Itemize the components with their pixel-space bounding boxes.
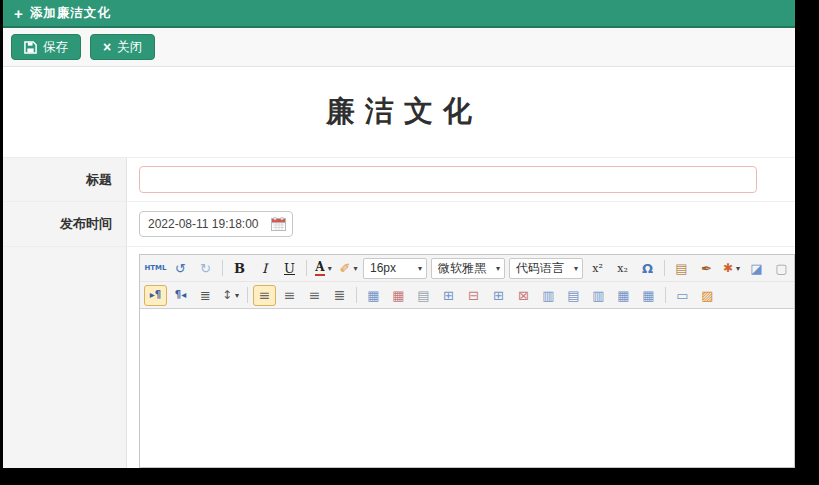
align-justify-icon: ≣	[334, 288, 346, 302]
remove-format-icon[interactable]: ◪	[745, 258, 768, 279]
insert-col-left-icon[interactable]: ⊞	[487, 285, 510, 306]
font-family-select[interactable]: 微软雅黑▾	[431, 258, 505, 279]
font-size-select-value: 16px	[370, 261, 396, 275]
form-row-editor: HTML↺↻BIUA▾✐▾16px▾微软雅黑▾代码语言▾x²x₂Ω▤✒✱▾◪▢ …	[3, 246, 795, 468]
line-height-icon[interactable]: ↕▾	[219, 285, 242, 306]
caret-down-icon: ▾	[418, 264, 422, 273]
superscript-icon[interactable]: x²	[586, 258, 609, 279]
preview-icon[interactable]: ▭	[671, 285, 694, 306]
insert-table-icon: ▦	[367, 289, 379, 302]
table-cell-props-icon[interactable]: ▤	[412, 285, 435, 306]
publish-time-value: 2022-08-11 19:18:00	[148, 217, 259, 231]
close-button[interactable]: × 关闭	[90, 34, 155, 60]
line-height-icon: ↕	[222, 289, 232, 301]
heading-area: 廉洁文化	[3, 67, 795, 157]
toolbar-separator	[306, 260, 307, 276]
align-left-icon[interactable]: ≡	[253, 285, 276, 306]
quick-format-icon[interactable]: ✱▾	[720, 258, 743, 279]
undo-icon: ↺	[175, 262, 186, 275]
special-char-icon: Ω	[642, 262, 653, 275]
insert-row-above-icon: ⊞	[443, 289, 454, 302]
special-char-icon[interactable]: Ω	[636, 258, 659, 279]
redo-icon[interactable]: ↻	[194, 258, 217, 279]
editor-field-cell: HTML↺↻BIUA▾✐▾16px▾微软雅黑▾代码语言▾x²x₂Ω▤✒✱▾◪▢ …	[127, 247, 795, 468]
window-header: + 添加廉洁文化	[3, 0, 795, 28]
source-code-icon[interactable]: HTML	[144, 258, 167, 279]
split-row-icon[interactable]: ▤	[562, 285, 585, 306]
editor-content-area[interactable]	[140, 309, 794, 467]
subscript-icon[interactable]: x₂	[611, 258, 634, 279]
publish-time-label: 发布时间	[3, 202, 127, 246]
save-button[interactable]: 保存	[11, 34, 81, 60]
insert-image-icon[interactable]: ▨	[696, 285, 719, 306]
superscript-icon: x²	[592, 263, 603, 274]
editor-toolbar-row1: HTML↺↻BIUA▾✐▾16px▾微软雅黑▾代码语言▾x²x₂Ω▤✒✱▾◪▢	[140, 255, 794, 282]
publish-time-input[interactable]: 2022-08-11 19:18:00	[139, 211, 293, 237]
toolbar-separator	[664, 260, 665, 276]
merge-cells-icon[interactable]: ▥	[537, 285, 560, 306]
editor-label-cell	[3, 247, 127, 468]
app-window: + 添加廉洁文化 保存 × 关闭 廉洁文化 标题	[3, 0, 795, 468]
align-center-icon[interactable]: ≡	[278, 285, 301, 306]
delete-table-icon[interactable]: ▦	[387, 285, 410, 306]
table-row-props-icon[interactable]: ▦	[612, 285, 635, 306]
bold-icon: B	[234, 262, 245, 275]
align-center-icon: ≡	[284, 288, 296, 302]
highlight-color-icon: ✐	[340, 262, 351, 275]
bold-icon[interactable]: B	[228, 258, 251, 279]
table-cell-props-icon: ▤	[417, 289, 429, 302]
title-input[interactable]	[139, 166, 757, 193]
font-color-icon[interactable]: A▾	[312, 258, 335, 279]
indent-icon: ≣	[200, 289, 211, 302]
close-button-label: 关闭	[117, 39, 142, 56]
window-title: 添加廉洁文化	[30, 5, 111, 22]
merge-cells-icon: ▥	[542, 289, 554, 302]
ltr-direction-icon[interactable]: ▸¶	[144, 285, 167, 306]
paste-icon[interactable]: ▤	[670, 258, 693, 279]
caret-down-icon: ▾	[328, 264, 332, 273]
split-col-icon[interactable]: ▥	[587, 285, 610, 306]
indent-icon[interactable]: ≣	[194, 285, 217, 306]
delete-row-icon: ⊟	[468, 289, 479, 302]
toolbar-separator	[356, 287, 357, 303]
underline-icon[interactable]: U	[278, 258, 301, 279]
code-language-select[interactable]: 代码语言▾	[509, 258, 583, 279]
align-justify-icon[interactable]: ≣	[328, 285, 351, 306]
format-brush-icon[interactable]: ✒	[695, 258, 718, 279]
preview-icon: ▭	[676, 289, 688, 302]
editor-toolbar-row2: ▸¶¶◂≣↕▾≡≡≡≣▦▦▤⊞⊟⊞⊠▥▤▥▦▦▭▨	[140, 282, 794, 309]
rtl-direction-icon[interactable]: ¶◂	[169, 285, 192, 306]
delete-col-icon: ⊠	[518, 289, 529, 302]
new-document-icon: ▢	[775, 262, 787, 275]
insert-row-above-icon[interactable]: ⊞	[437, 285, 460, 306]
font-color-icon: A	[315, 261, 324, 276]
quick-format-icon: ✱	[723, 262, 733, 274]
font-size-select[interactable]: 16px▾	[363, 258, 427, 279]
insert-table-icon[interactable]: ▦	[362, 285, 385, 306]
toolbar-separator	[247, 287, 248, 303]
caret-down-icon: ▾	[574, 264, 578, 273]
subscript-icon: x₂	[617, 263, 628, 274]
action-toolbar: 保存 × 关闭	[3, 28, 795, 67]
ltr-direction-icon: ▸¶	[150, 290, 161, 300]
undo-icon[interactable]: ↺	[169, 258, 192, 279]
title-label: 标题	[3, 158, 127, 201]
code-language-select-value: 代码语言	[516, 260, 564, 277]
delete-table-icon: ▦	[392, 289, 404, 302]
plus-icon: +	[14, 6, 23, 21]
remove-format-icon: ◪	[750, 262, 762, 275]
highlight-color-icon[interactable]: ✐▾	[337, 258, 360, 279]
close-icon: ×	[103, 40, 111, 54]
caret-down-icon: ▾	[235, 291, 239, 300]
new-document-icon[interactable]: ▢	[770, 258, 793, 279]
delete-row-icon[interactable]: ⊟	[462, 285, 485, 306]
split-col-icon: ▥	[592, 289, 604, 302]
align-right-icon[interactable]: ≡	[303, 285, 326, 306]
caret-down-icon: ▾	[496, 264, 500, 273]
save-button-label: 保存	[43, 39, 68, 56]
table-props-icon[interactable]: ▦	[637, 285, 660, 306]
table-row-props-icon: ▦	[617, 289, 629, 302]
italic-icon[interactable]: I	[253, 258, 276, 279]
calendar-icon[interactable]	[271, 217, 286, 231]
delete-col-icon[interactable]: ⊠	[512, 285, 535, 306]
